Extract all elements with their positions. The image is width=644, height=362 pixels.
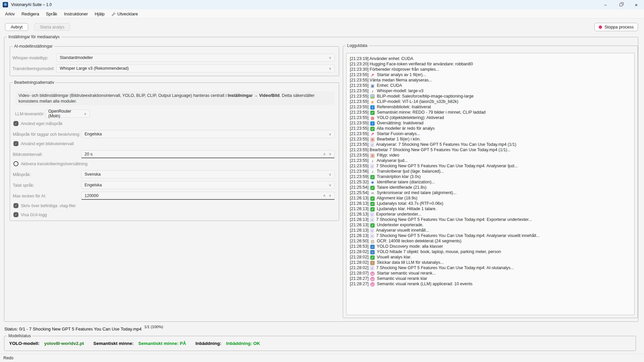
log-timestamp: [21:26:13] — [350, 196, 370, 200]
log-timestamp: [21:28:02] — [350, 249, 370, 254]
log-timestamp: [21:26:13] — [350, 217, 370, 222]
use-frame-interval-checkbox[interactable]: ✓ — [13, 141, 18, 146]
log-timestamp: [21:23:55] — [350, 110, 370, 115]
check-icon: ✓ — [370, 111, 375, 115]
use-target-language-checkbox[interactable]: ✓ — [13, 121, 18, 126]
group-legend: Bearbetningsalternativ — [13, 80, 55, 85]
log-timestamp: [21:28:07] — [350, 271, 370, 276]
spoken-language-label: Talat språk: — [13, 183, 34, 188]
log-text: 7 Shocking New GPT 5 Features You Can Us… — [376, 164, 518, 168]
clipboard-icon: ≡ — [370, 154, 375, 158]
log-text: Whisper-modell: large-v3 — [377, 88, 424, 93]
transcription-model-select[interactable]: Whisper Large v3 (Rekommenderad) ∨ — [56, 64, 335, 72]
max-ai-chars-label: Max tecken för AI: — [13, 194, 46, 198]
log-timestamp: [21:26:50] — [350, 239, 370, 243]
check-icon: ✓ — [370, 255, 375, 260]
log-entry: [21:23:55] ≡ Analyserar: 7 Shocking New … — [350, 142, 631, 147]
whisper-model-type-select[interactable]: Standardmodeller ∨ — [56, 54, 335, 62]
start-analysis-button[interactable]: Starta analys — [34, 23, 70, 31]
chevron-down-icon: ∨ — [84, 112, 87, 116]
embedding-value: Inbäddning: OK — [226, 341, 260, 346]
log-entry: [21:25:54] ∞ Synkroniserar ord med talar… — [350, 190, 631, 195]
group-legend: Inställningar för mediaanalys — [7, 35, 61, 39]
log-timestamp: [21:23:19] — [350, 56, 369, 61]
menu-arkiv[interactable]: Arkiv — [2, 11, 18, 16]
frame-interval-label: Bildruteintervall: — [13, 152, 43, 157]
log-text: YOLO Discovery mode: alla klasser — [377, 244, 443, 249]
menu-redigera[interactable]: Redigera — [18, 11, 43, 16]
log-entry: [21:23:55] ≡ Filtyp: video — [350, 153, 631, 158]
close-button[interactable]: × — [629, 0, 644, 9]
info-icon: i — [370, 105, 375, 110]
transcription-model-label: Transkriberingsmodell: — [12, 66, 55, 71]
log-text: 7 Shocking New GPT 5 Features You Can Us… — [376, 233, 540, 238]
log-timestamp: [21:26:13] — [350, 233, 370, 238]
settings-info-text: Video- och bildinställningar (Bildruteex… — [15, 91, 334, 105]
log-text: Identifierar talare (diarization)... — [377, 180, 435, 184]
llm-provider-select[interactable]: OpenRouter (Moln) ∨ — [45, 110, 90, 118]
log-timestamp: [21:23:55] — [350, 142, 370, 147]
chevron-down-icon: ∨ — [329, 183, 331, 187]
status-line: Status: 0/1 - 7 Shocking New GPT 5 Featu… — [4, 326, 142, 331]
checkbox-label: Aktivera transkriberingsöversättning — [21, 162, 88, 166]
log-entry: [21:23:56] ♪ Transkriberar ljud (läge: b… — [350, 169, 631, 174]
restore-button[interactable] — [613, 0, 629, 9]
log-entry: [21:23:55] ◈ CLIP-modell: ViT-L-14 (laio… — [350, 99, 631, 104]
enable-transcription-translation-checkbox[interactable]: ✓ — [13, 161, 18, 166]
log-output[interactable]: [21:23:19] Använder enhet: CUDA[21:23:20… — [346, 53, 635, 315]
log-text: 7 Shocking New GPT 5 Features You Can Us… — [376, 217, 532, 222]
check-icon: ✓ — [370, 207, 375, 212]
wrench-icon — [111, 12, 116, 16]
log-entry: [21:23:55] i Referensbibliotek: Inaktive… — [350, 104, 631, 110]
target-language-select[interactable]: Svenska ∨ — [81, 170, 335, 178]
mic-icon: ♪ — [370, 170, 375, 174]
overwrite-vtag-files-checkbox[interactable]: ✓ — [13, 203, 18, 208]
log-timestamp: [21:23:59] — [350, 174, 370, 179]
show-gui-log-checkbox[interactable]: ✓ — [13, 212, 18, 217]
restore-icon — [620, 3, 623, 6]
log-timestamp: [21:26:13] — [350, 206, 370, 211]
menu-instruktioner[interactable]: Instruktioner — [61, 11, 92, 16]
max-ai-chars-spinbox[interactable]: 120000 ∧∨ — [81, 192, 335, 200]
spin-down-icon[interactable]: ∨ — [329, 152, 331, 156]
check-icon: ✓ — [370, 202, 375, 206]
log-text: Översättning: Inaktiverad — [377, 121, 424, 125]
stop-process-button[interactable]: Stoppa process — [594, 23, 638, 31]
spin-up-icon[interactable]: ∧ — [323, 193, 326, 198]
log-entry: [21:26:50] ▤ OCR: 14008 tecken detektera… — [350, 238, 631, 244]
log-entry: [21:23:55] ≡ Bearbetar 1 fil(er) i kön. — [350, 136, 631, 142]
link-icon: ∞ — [370, 191, 375, 195]
yolo-model-label: YOLO-modell: — [9, 341, 40, 346]
menu-hjalp[interactable]: Hjälp — [91, 11, 108, 16]
log-text: Analyserar ljud... — [377, 158, 408, 163]
log-timestamp: [21:23:55] — [350, 126, 370, 131]
log-entry: [21:23:55] ✓ Alla modeller är redo för a… — [350, 126, 631, 131]
computer-icon: ▣ — [370, 84, 375, 88]
yolo-model-value: yolov8l-worldv2.pt — [44, 341, 84, 346]
log-timestamp: [21:26:13] — [350, 212, 370, 217]
spin-up-icon[interactable]: ∧ — [323, 152, 326, 156]
log-text: 7 Shocking New GPT 5 Features You Can Us… — [376, 265, 514, 270]
minimize-button[interactable]: – — [598, 0, 613, 9]
status-bar: Redo — [0, 354, 644, 362]
combo-value: OpenRouter (Moln) — [48, 109, 84, 118]
tag-language-select[interactable]: Engelska ∨ — [81, 130, 335, 138]
spoken-language-select[interactable]: Engelska ∨ — [81, 181, 335, 189]
log-text: Ljudanalys klar. Hittade 1 talare. — [377, 206, 437, 211]
send-icon: ↑ — [370, 261, 375, 265]
log-timestamp: [21:23:55] — [350, 153, 370, 158]
log-text: OCR: 14008 tecken detekterat (24 segment… — [377, 239, 462, 243]
log-entry: [21:28:02] ✓ Visuell analys klar. — [350, 254, 631, 260]
spin-down-icon[interactable]: ∨ — [329, 193, 331, 198]
log-text: Bearbetar 1 fil(er) i kön. — [377, 137, 421, 141]
log-text: Referensbibliotek: Inaktiverat — [377, 105, 431, 109]
menu-sprak[interactable]: Språk — [43, 11, 61, 16]
cancel-button[interactable]: Avbryt — [5, 23, 28, 31]
checkbox-label: Visa GUI-logg — [21, 213, 47, 217]
menu-utvecklare[interactable]: Utvecklare — [108, 11, 141, 16]
status-bar-text: Redo — [3, 356, 13, 360]
combo-value: Standardmodeller — [60, 55, 93, 60]
log-timestamp: [21:23:55] — [350, 137, 370, 141]
log-timestamp: [21:25:54] — [350, 185, 370, 190]
frame-interval-spinbox[interactable]: 20 s ∧∨ — [81, 150, 335, 158]
